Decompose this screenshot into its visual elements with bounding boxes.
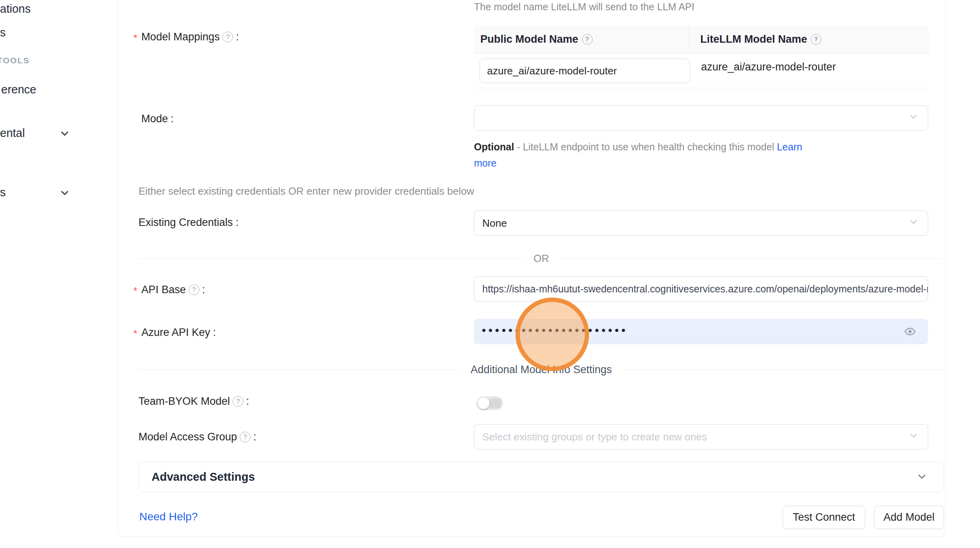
advanced-settings-label: Advanced Settings <box>152 470 255 484</box>
required-asterisk: * <box>133 328 137 340</box>
additional-settings-divider: Additional Model Info Settings <box>138 364 944 375</box>
sidebar-item-clipped-2[interactable]: s <box>0 26 6 39</box>
mappings-table-header: Public Model Name ? LiteLLM Model Name ? <box>474 25 929 54</box>
model-mappings-table: Public Model Name ? LiteLLM Model Name ?… <box>474 25 929 88</box>
divider-line <box>138 370 460 370</box>
model-mappings-label: * Model Mappings ? : <box>133 31 239 43</box>
or-divider: OR <box>138 253 944 264</box>
column-header-text: LiteLLM Model Name <box>700 33 807 46</box>
add-model-page: ations s TOOLS erence ental s The model … <box>0 0 980 548</box>
label-text: Model Mappings <box>141 31 220 43</box>
optional-prefix: Optional <box>474 141 514 152</box>
chevron-down-icon <box>908 111 919 125</box>
help-icon[interactable]: ? <box>582 34 593 45</box>
chevron-down-icon <box>916 470 928 484</box>
mode-label: Mode : <box>141 113 174 125</box>
mode-select[interactable] <box>474 105 928 131</box>
help-icon[interactable]: ? <box>233 396 243 407</box>
chevron-down-icon[interactable] <box>59 128 70 139</box>
litellm-model-name-value: azure_ai/azure-model-router <box>701 61 836 73</box>
label-text: Team-BYOK Model <box>138 395 230 408</box>
chevron-down-icon[interactable] <box>59 188 70 198</box>
help-icon[interactable]: ? <box>240 432 250 442</box>
azure-api-key-label: * Azure API Key : <box>133 326 216 339</box>
column-header-public-model-name: Public Model Name ? <box>474 25 688 53</box>
label-colon: : <box>246 395 249 408</box>
label-text: Azure API Key <box>141 326 210 339</box>
required-asterisk: * <box>133 285 137 297</box>
mappings-table-row: azure_ai/azure-model-router <box>474 54 929 88</box>
model-name-hint: The model name LiteLLM will send to the … <box>474 1 694 13</box>
existing-credentials-label: Existing Credentials : <box>138 216 239 229</box>
label-text: Model Access Group <box>138 431 237 443</box>
api-base-input[interactable]: https://ishaa-mh6uutut-swedencentral.cog… <box>474 276 928 301</box>
credentials-note: Either select existing credentials OR en… <box>138 185 474 197</box>
toggle-knob <box>478 397 489 409</box>
chevron-down-icon <box>908 430 919 444</box>
public-model-name-input[interactable] <box>480 59 690 83</box>
masked-api-key-value: •••••••••••••••••••••• <box>482 324 628 337</box>
required-asterisk: * <box>133 32 137 44</box>
label-colon: : <box>236 216 239 229</box>
sidebar-item-clipped-4[interactable]: ental <box>0 127 25 140</box>
chevron-down-icon <box>908 216 919 230</box>
team-byok-toggle[interactable] <box>477 396 503 410</box>
test-connect-button[interactable]: Test Connect <box>783 506 865 529</box>
team-byok-label: Team-BYOK Model ? : <box>138 395 249 408</box>
additional-settings-divider-text: Additional Model Info Settings <box>470 364 612 376</box>
existing-credentials-value: None <box>482 217 507 229</box>
label-text: API Base <box>141 284 186 296</box>
mode-help-text: Optional - LiteLLM endpoint to use when … <box>474 139 808 171</box>
sidebar-item-clipped-3[interactable]: erence <box>1 83 36 96</box>
optional-text: - LiteLLM endpoint to use when health ch… <box>514 141 777 152</box>
sidebar-section-tools: TOOLS <box>0 56 30 65</box>
model-access-group-label: Model Access Group ? : <box>138 431 256 443</box>
sidebar-item-clipped-5[interactable]: s <box>0 186 6 199</box>
azure-api-key-input[interactable]: •••••••••••••••••••••• <box>474 319 928 344</box>
advanced-settings-toggle[interactable]: Advanced Settings <box>138 462 944 492</box>
sidebar: ations s TOOLS erence ental s <box>0 0 118 548</box>
divider-line <box>138 258 523 259</box>
label-text: Mode <box>141 113 168 125</box>
column-header-litellm-model-name: LiteLLM Model Name ? <box>688 25 821 53</box>
help-icon[interactable]: ? <box>222 32 233 42</box>
api-base-label: * API Base ? : <box>133 284 205 296</box>
or-divider-text: OR <box>534 252 549 265</box>
need-help-link[interactable]: Need Help? <box>139 510 198 523</box>
sidebar-item-clipped-1[interactable]: ations <box>0 2 30 15</box>
eye-icon[interactable] <box>904 325 916 338</box>
label-colon: : <box>213 326 216 339</box>
add-model-button[interactable]: Add Model <box>874 506 944 529</box>
label-colon: : <box>253 431 256 443</box>
model-access-group-select <box>474 424 928 449</box>
model-access-group-input[interactable] <box>482 431 876 443</box>
divider-line <box>622 370 944 370</box>
column-header-text: Public Model Name <box>480 33 578 46</box>
toggle-track <box>489 398 501 408</box>
help-icon[interactable]: ? <box>189 284 199 295</box>
label-colon: : <box>236 31 239 43</box>
label-colon: : <box>171 113 174 125</box>
help-icon[interactable]: ? <box>811 34 821 45</box>
label-colon: : <box>202 284 205 296</box>
existing-credentials-select[interactable]: None <box>474 210 928 236</box>
label-text: Existing Credentials <box>138 216 233 229</box>
divider-line <box>559 258 944 259</box>
